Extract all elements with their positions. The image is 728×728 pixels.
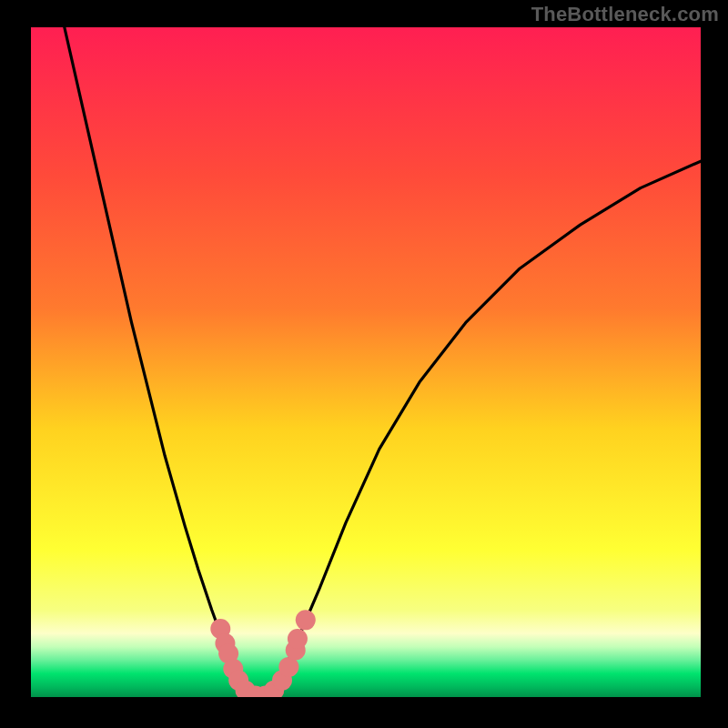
watermark-text: TheBottleneck.com xyxy=(531,3,719,26)
svg-point-14 xyxy=(296,610,316,630)
svg-point-13 xyxy=(288,629,308,649)
svg-rect-0 xyxy=(31,27,701,697)
chart-frame: TheBottleneck.com xyxy=(0,0,728,728)
chart-plot xyxy=(31,27,701,697)
